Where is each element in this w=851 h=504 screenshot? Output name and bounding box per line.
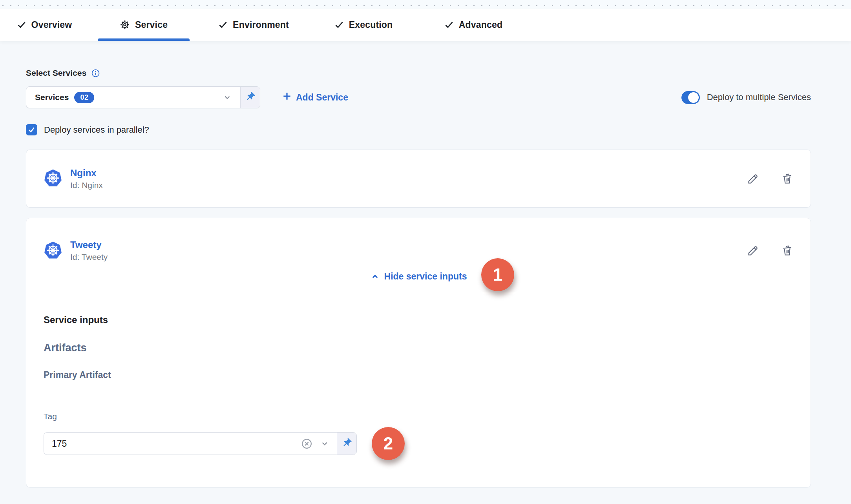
parallel-checkbox[interactable] xyxy=(26,124,37,135)
tag-label: Tag xyxy=(44,412,793,421)
kubernetes-icon xyxy=(44,168,62,189)
delete-icon[interactable] xyxy=(781,245,793,257)
service-inputs-body: Service inputs Artifacts Primary Artifac… xyxy=(26,293,811,460)
service-name-link[interactable]: Nginx xyxy=(70,168,103,179)
tag-input[interactable] xyxy=(52,438,294,449)
hide-service-inputs-row: Hide service inputs 1 xyxy=(26,271,811,282)
service-card-tweety: Tweety Id: Tweety xyxy=(26,218,811,488)
pin-icon xyxy=(245,91,256,104)
check-icon xyxy=(218,20,228,29)
tag-field xyxy=(44,433,337,455)
active-tab-underline xyxy=(98,38,190,41)
dotted-divider-strip xyxy=(0,0,851,9)
services-pin-button[interactable] xyxy=(240,87,260,108)
edit-icon[interactable] xyxy=(747,173,759,185)
services-dropdown-main[interactable]: Services 02 xyxy=(26,87,240,108)
check-icon xyxy=(17,20,26,29)
tab-label: Execution xyxy=(349,20,393,30)
chevron-up-icon xyxy=(370,272,380,281)
service-titles: Nginx Id: Nginx xyxy=(70,168,103,190)
tab-execution[interactable]: Execution xyxy=(309,9,418,41)
toggle-knob xyxy=(688,92,699,103)
pin-icon xyxy=(341,438,352,450)
primary-artifact-heading: Primary Artifact xyxy=(44,370,793,380)
service-tab-content: Select Services Services 02 xyxy=(0,41,851,504)
services-dropdown-value: Services xyxy=(35,93,69,102)
services-control-row: Services 02 A xyxy=(26,86,811,108)
gear-icon xyxy=(120,20,130,30)
deploy-multiple-toggle-label: Deploy to multiple Services xyxy=(707,92,811,102)
tag-row: 2 xyxy=(44,427,793,460)
kubernetes-icon xyxy=(44,241,62,261)
tag-pin-button[interactable] xyxy=(337,433,356,455)
service-card-nginx: Nginx Id: Nginx xyxy=(26,150,811,208)
service-actions xyxy=(747,173,793,185)
tab-label: Advanced xyxy=(459,20,503,30)
chevron-down-icon[interactable] xyxy=(222,92,232,102)
plus-icon xyxy=(282,91,292,104)
tab-label: Service xyxy=(135,20,168,30)
tab-service[interactable]: Service xyxy=(89,9,199,41)
stage-tabbar: Overview Service Environment Execution xyxy=(0,9,851,41)
select-services-label: Select Services xyxy=(26,68,86,78)
service-actions xyxy=(747,245,793,257)
parallel-checkbox-row: Deploy services in parallel? xyxy=(26,124,811,135)
annotation-badge-1: 1 xyxy=(481,258,514,291)
pipeline-stage-page: Overview Service Environment Execution xyxy=(0,0,851,504)
service-id: Id: Nginx xyxy=(70,181,103,190)
service-name-link[interactable]: Tweety xyxy=(70,239,108,250)
parallel-checkbox-label: Deploy services in parallel? xyxy=(44,125,149,135)
check-icon xyxy=(444,20,454,29)
deploy-multiple-toggle[interactable] xyxy=(681,91,700,104)
edit-icon[interactable] xyxy=(747,245,759,257)
tag-control xyxy=(44,432,357,455)
service-titles: Tweety Id: Tweety xyxy=(70,239,108,262)
tab-label: Environment xyxy=(233,20,289,30)
delete-icon[interactable] xyxy=(781,173,793,185)
services-dropdown[interactable]: Services 02 xyxy=(26,86,260,108)
service-header: Tweety Id: Tweety xyxy=(26,218,811,262)
check-icon xyxy=(334,20,344,29)
chevron-down-icon[interactable] xyxy=(320,438,330,449)
tab-advanced[interactable]: Advanced xyxy=(418,9,528,41)
divider xyxy=(44,293,793,293)
hide-service-inputs-link[interactable]: Hide service inputs xyxy=(384,271,467,282)
service-inputs-heading: Service inputs xyxy=(44,314,793,325)
services-count-badge: 02 xyxy=(74,92,94,103)
annotation-badge-2: 2 xyxy=(372,427,405,460)
multi-services-toggle-group: Deploy to multiple Services xyxy=(681,91,811,104)
tab-label: Overview xyxy=(31,20,72,30)
add-service-button[interactable]: Add Service xyxy=(282,91,348,104)
service-id: Id: Tweety xyxy=(70,252,108,262)
clear-icon[interactable] xyxy=(301,438,312,449)
select-services-label-row: Select Services xyxy=(26,41,811,78)
artifacts-heading: Artifacts xyxy=(44,342,793,354)
tab-environment[interactable]: Environment xyxy=(199,9,309,41)
add-service-label: Add Service xyxy=(296,92,348,103)
tab-overview[interactable]: Overview xyxy=(0,9,89,41)
info-icon[interactable] xyxy=(91,69,100,78)
